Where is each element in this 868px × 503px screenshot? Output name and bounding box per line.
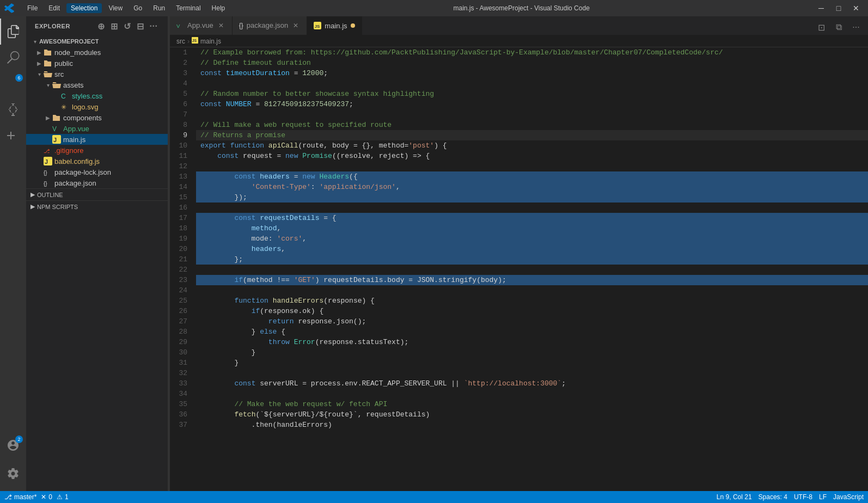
menu-view[interactable]: View	[104, 3, 127, 13]
code-line[interactable]: function handleErrors(response) {	[196, 296, 868, 306]
debug-activity-icon[interactable]	[0, 97, 26, 123]
tree-app-vue[interactable]: ▶ V App.vue	[26, 123, 168, 134]
code-line[interactable]	[196, 368, 868, 378]
code-line[interactable]: headers,	[196, 244, 868, 254]
code-line[interactable]	[196, 78, 868, 89]
code-line[interactable]: if(method !== 'GET') requestDetails.body…	[196, 275, 868, 285]
language-status[interactable]: JavaScript	[833, 493, 864, 501]
code-line[interactable]	[196, 161, 868, 171]
breadcrumb-src[interactable]: src	[176, 38, 185, 45]
spaces-status[interactable]: Spaces: 4	[759, 493, 787, 501]
new-file-icon[interactable]: ⊕	[96, 21, 107, 32]
code-editor[interactable]: // Example borrowed from: https://github…	[196, 47, 868, 491]
tree-styles-css[interactable]: ▶ C styles.css	[26, 90, 168, 101]
menu-run[interactable]: Run	[149, 3, 169, 13]
code-line[interactable]: const headers = new Headers({	[196, 171, 868, 182]
tab-package-json-close[interactable]: ✕	[291, 21, 300, 30]
tab-app-vue[interactable]: V App.vue ✕	[170, 16, 233, 35]
tree-package-lock[interactable]: ▶ {} package-lock.json	[26, 167, 168, 177]
accounts-activity-icon[interactable]: 2	[0, 432, 26, 458]
split-editor-right-icon[interactable]: ⧉	[831, 20, 846, 35]
git-branch-label: master*	[14, 493, 36, 501]
code-line[interactable]	[196, 389, 868, 399]
tree-package-json[interactable]: ▶ {} package.json	[26, 177, 168, 188]
token-comment: // Random number to better showcase synt…	[200, 89, 434, 99]
code-line[interactable]: .then(handleErrors)	[196, 420, 868, 430]
line-number: 33	[170, 378, 192, 389]
code-line[interactable]: });	[196, 192, 868, 203]
warnings-status[interactable]: ⚠ 1	[57, 493, 69, 501]
extensions-activity-icon[interactable]	[0, 123, 26, 149]
eol-status[interactable]: LF	[819, 493, 827, 501]
tab-main-js[interactable]: JS main.js	[307, 16, 362, 35]
encoding-status[interactable]: UTF-8	[794, 493, 812, 501]
code-line[interactable]: const request = new Promise((resolve, re…	[196, 151, 868, 161]
tree-assets[interactable]: ▾ assets	[26, 79, 168, 90]
tab-package-json[interactable]: {} package.json ✕	[233, 16, 308, 35]
code-line[interactable]: return response.json();	[196, 316, 868, 327]
explorer-activity-icon[interactable]	[0, 19, 26, 45]
code-line[interactable]	[196, 203, 868, 213]
code-line[interactable]: const NUMBER = 81274509182375409237;	[196, 99, 868, 109]
menu-terminal[interactable]: Terminal	[172, 3, 205, 13]
menu-help[interactable]: Help	[207, 3, 230, 13]
code-line[interactable]: method,	[196, 223, 868, 234]
code-line[interactable]: const serverURL = process.env.REACT_APP_…	[196, 378, 868, 389]
collapse-icon[interactable]: ⊟	[135, 21, 146, 32]
tree-root[interactable]: ▾ AWESOMEPROJECT	[26, 36, 168, 47]
tree-babel-config[interactable]: ▶ J babel.config.js	[26, 156, 168, 167]
code-line[interactable]: fetch(`${serverURL}/${route}`, requestDe…	[196, 409, 868, 420]
tree-node-modules[interactable]: ▶ node_modules	[26, 47, 168, 58]
search-activity-icon[interactable]	[0, 45, 26, 71]
split-editor-icon[interactable]: ⊡	[814, 20, 829, 35]
code-line[interactable]: export function apiCall(route, body = {}…	[196, 140, 868, 151]
code-line[interactable]: // Make the web request w/ fetch API	[196, 399, 868, 409]
code-line[interactable]: };	[196, 254, 868, 265]
code-line[interactable]: 'Content-Type': 'application/json',	[196, 182, 868, 192]
token-keyword: throw	[268, 337, 290, 347]
tree-public[interactable]: ▶ public	[26, 58, 168, 69]
settings-activity-icon[interactable]	[0, 461, 26, 487]
more-actions-icon[interactable]: ···	[148, 21, 159, 32]
code-line[interactable]: if(response.ok) {	[196, 306, 868, 316]
source-control-activity-icon[interactable]: 6	[0, 71, 26, 97]
more-icon[interactable]: ···	[848, 20, 864, 35]
breadcrumb-mainjs[interactable]: main.js	[200, 38, 221, 45]
code-line[interactable]: throw Error(response.statusText);	[196, 337, 868, 347]
tree-components[interactable]: ▶ components	[26, 112, 168, 123]
npm-header[interactable]: ▶ NPM SCRIPTS	[26, 201, 168, 212]
code-line[interactable]: // Will make a web request to specified …	[196, 120, 868, 130]
tree-main-js[interactable]: ▶ J main.js	[26, 134, 168, 145]
code-line[interactable]	[196, 285, 868, 296]
tree-gitignore[interactable]: ▶ ⎇ .gitignore	[26, 145, 168, 156]
errors-status[interactable]: ✕ 0	[41, 493, 52, 501]
code-line[interactable]: } else {	[196, 327, 868, 337]
code-line[interactable]: const timeoutDuration = 12000;	[196, 68, 868, 78]
code-line[interactable]: // Returns a promise	[196, 130, 868, 140]
code-line[interactable]	[196, 265, 868, 275]
menu-file[interactable]: File	[23, 3, 42, 13]
code-line[interactable]: // Example borrowed from: https://github…	[196, 47, 868, 58]
tree-logo-svg[interactable]: ▶ ✳ logo.svg	[26, 101, 168, 112]
git-branch-status[interactable]: ⎇ master*	[4, 493, 36, 501]
tree-src[interactable]: ▾ src	[26, 69, 168, 79]
close-button[interactable]: ✕	[848, 3, 864, 14]
cursor-position-status[interactable]: Ln 9, Col 21	[717, 493, 752, 501]
outline-header[interactable]: ▶ OUTLINE	[26, 189, 168, 200]
code-line[interactable]: const requestDetails = {	[196, 213, 868, 223]
menu-go[interactable]: Go	[129, 3, 146, 13]
code-line[interactable]	[196, 109, 868, 120]
maximize-button[interactable]: □	[831, 3, 846, 14]
refresh-icon[interactable]: ↺	[122, 21, 133, 32]
menu-edit[interactable]: Edit	[44, 3, 64, 13]
minimize-button[interactable]: ─	[814, 3, 829, 14]
code-line[interactable]: }	[196, 347, 868, 358]
code-line[interactable]: // Define timeout duration	[196, 58, 868, 68]
code-line[interactable]: }	[196, 358, 868, 368]
token-plain: mode:	[200, 234, 277, 244]
new-folder-icon[interactable]: ⊞	[109, 21, 120, 32]
code-line[interactable]: mode: 'cors',	[196, 234, 868, 244]
tab-app-vue-close[interactable]: ✕	[217, 21, 225, 30]
menu-selection[interactable]: Selection	[66, 3, 102, 13]
code-line[interactable]: // Random number to better showcase synt…	[196, 89, 868, 99]
